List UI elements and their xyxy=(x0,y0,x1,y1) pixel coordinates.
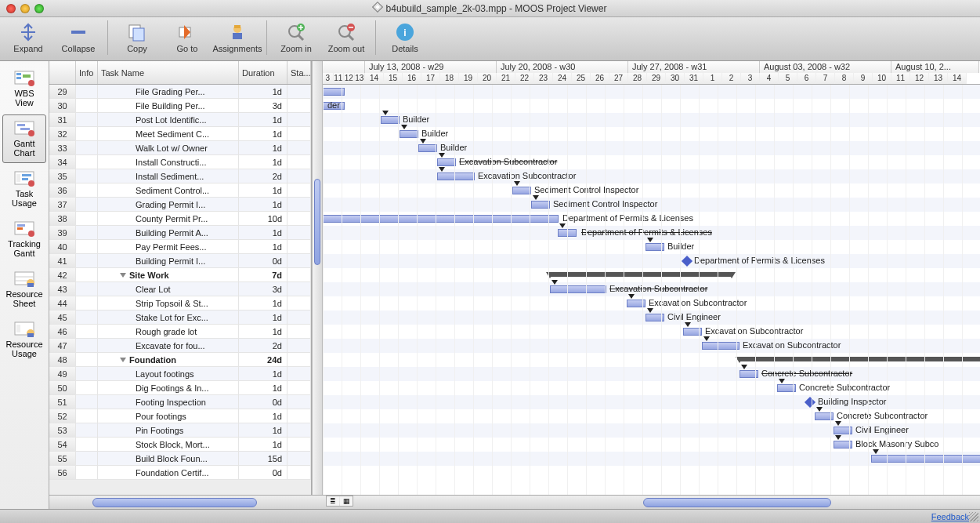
task-hscroll-thumb[interactable] xyxy=(92,498,257,507)
task-bar[interactable] xyxy=(400,130,418,138)
svg-line-11 xyxy=(349,35,353,40)
viewbar-gantt[interactable]: GanttChart xyxy=(2,114,46,163)
task-start xyxy=(287,353,311,366)
viewbar-resourceusage[interactable]: ResourceUsage xyxy=(2,315,46,364)
table-row[interactable]: 43Clear Lot3d xyxy=(49,282,311,296)
col-duration[interactable]: Duration xyxy=(239,61,287,84)
task-bar[interactable] xyxy=(418,144,437,152)
table-row[interactable]: 35Install Sediment...2d xyxy=(49,169,311,183)
task-bar[interactable] xyxy=(437,158,456,166)
task-name: Install Constructi... xyxy=(98,155,239,169)
milestone[interactable] xyxy=(682,256,693,267)
table-row[interactable]: 53Pin Footings1d xyxy=(49,423,311,438)
day-header: 20 xyxy=(478,73,497,85)
milestone[interactable] xyxy=(805,397,815,408)
viewbar-tracking[interactable]: TrackingGantt xyxy=(2,215,46,263)
col-number[interactable] xyxy=(49,61,76,84)
task-name: Pin Footings xyxy=(98,423,239,437)
task-bar[interactable] xyxy=(531,201,550,209)
table-row[interactable]: 30File Building Per...3d xyxy=(49,99,311,113)
viewbar-resourcesheet[interactable]: ResourceSheet xyxy=(2,265,46,314)
table-row[interactable]: 51Footing Inspection0d xyxy=(49,395,311,409)
task-bar[interactable] xyxy=(550,285,606,293)
details-button[interactable]: i Details xyxy=(382,20,429,53)
goto-button[interactable]: Go to xyxy=(164,20,211,53)
mode-list-icon[interactable]: ≣ xyxy=(327,496,339,506)
table-row[interactable]: 56Foundation Certif...0d xyxy=(49,466,311,480)
table-row[interactable]: 36Sediment Control...1d xyxy=(49,183,311,198)
gantt-row: Sediment Control Inspector xyxy=(323,183,980,198)
task-start xyxy=(287,198,311,211)
task-bar[interactable] xyxy=(702,342,740,350)
viewbar-taskusage[interactable]: TaskUsage xyxy=(2,165,46,213)
table-row[interactable]: 50Dig Footings & In...1d xyxy=(49,381,311,395)
zoomin-button[interactable]: Zoom in xyxy=(273,20,320,53)
assignments-button[interactable]: Assignments xyxy=(214,20,261,53)
zoomout-button[interactable]: Zoom out xyxy=(323,20,370,53)
table-row[interactable]: 55Build Block Foun...15d xyxy=(49,452,311,466)
resize-handle[interactable] xyxy=(969,512,978,521)
gantt-row: Department of Permits & Licenses xyxy=(323,254,980,268)
collapse-button[interactable]: Collapse xyxy=(55,20,102,53)
task-start xyxy=(287,113,311,126)
gantt-pane[interactable]: July 13, 2008 - w29July 20, 2008 - w30Ju… xyxy=(323,61,980,495)
day-header: 30 xyxy=(666,73,685,85)
table-row[interactable]: 44Strip Topsoil & St...1d xyxy=(49,296,311,311)
task-start xyxy=(287,381,311,394)
svg-rect-17 xyxy=(16,77,21,79)
row-info xyxy=(76,183,98,197)
row-info xyxy=(76,339,98,352)
task-name: Stake Lot for Exc... xyxy=(98,311,239,324)
gantt-row: Department of Permits & Licenses xyxy=(323,212,980,226)
table-row[interactable]: 37Grading Permit I...1d xyxy=(49,198,311,212)
col-name[interactable]: Task Name xyxy=(98,61,239,84)
table-row[interactable]: 40Pay Permit Fees...1d xyxy=(49,240,311,254)
table-row[interactable]: 52Pour footings1d xyxy=(49,409,311,423)
table-row[interactable]: 33Walk Lot w/ Owner1d xyxy=(49,141,311,155)
table-row[interactable]: 42Site Work7d xyxy=(49,268,311,282)
table-row[interactable]: 49Layout footings1d xyxy=(49,367,311,381)
table-row[interactable]: 47Excavate for fou...2d xyxy=(49,339,311,353)
pane-splitter[interactable] xyxy=(312,61,323,495)
table-row[interactable]: 46Rough grade lot1d xyxy=(49,325,311,339)
gantt-hscroll-thumb[interactable] xyxy=(643,498,831,507)
table-row[interactable]: 32Meet Sediment C...1d xyxy=(49,127,311,141)
table-row[interactable]: 41Building Permit I...0d xyxy=(49,254,311,268)
expand-button[interactable]: Expand xyxy=(5,20,52,53)
task-name: Sediment Control... xyxy=(98,183,239,197)
copy-button[interactable]: Copy xyxy=(114,20,161,53)
feedback-link[interactable]: Feedback xyxy=(931,512,969,521)
disclosure-icon[interactable] xyxy=(120,273,126,278)
task-bar[interactable] xyxy=(323,215,559,223)
table-row[interactable]: 48Foundation24d xyxy=(49,353,311,367)
gantt-row: Block Masonry Subco xyxy=(323,438,980,452)
view-mode-buttons[interactable]: ≣ ▦ xyxy=(326,496,353,507)
row-number: 52 xyxy=(49,409,76,423)
day-header: 12 xyxy=(910,73,929,85)
day-header: 29 xyxy=(647,73,666,85)
table-row[interactable]: 45Stake Lot for Exc...1d xyxy=(49,311,311,325)
mode-grid-icon[interactable]: ▦ xyxy=(340,496,353,506)
table-row[interactable]: 54Stock Block, Mort...1d xyxy=(49,438,311,452)
table-row[interactable]: 38County Permit Pr...10d xyxy=(49,212,311,226)
task-start xyxy=(287,438,311,451)
col-info[interactable]: Info xyxy=(76,61,98,84)
table-row[interactable]: 29File Grading Per...1d xyxy=(49,85,311,99)
summary-bar[interactable] xyxy=(550,272,732,277)
viewbar-wbs[interactable]: WBSView xyxy=(2,64,46,113)
task-bar[interactable] xyxy=(437,173,475,180)
task-bar[interactable] xyxy=(381,116,400,124)
row-info xyxy=(76,212,98,225)
row-number: 41 xyxy=(49,254,76,267)
gantt-row xyxy=(323,353,980,367)
col-start[interactable]: Sta... xyxy=(287,61,311,84)
gantt-row: Excavation Subcontractor xyxy=(323,282,980,296)
task-bar[interactable] xyxy=(512,187,531,194)
table-row[interactable]: 31Post Lot Identific...1d xyxy=(49,113,311,127)
vertical-scrollbar-thumb[interactable] xyxy=(314,179,320,265)
disclosure-icon[interactable] xyxy=(120,358,126,362)
table-row[interactable]: 34Install Constructi...1d xyxy=(49,155,311,169)
task-start xyxy=(287,311,311,324)
row-info xyxy=(76,466,98,479)
table-row[interactable]: 39Building Permit A...1d xyxy=(49,226,311,240)
